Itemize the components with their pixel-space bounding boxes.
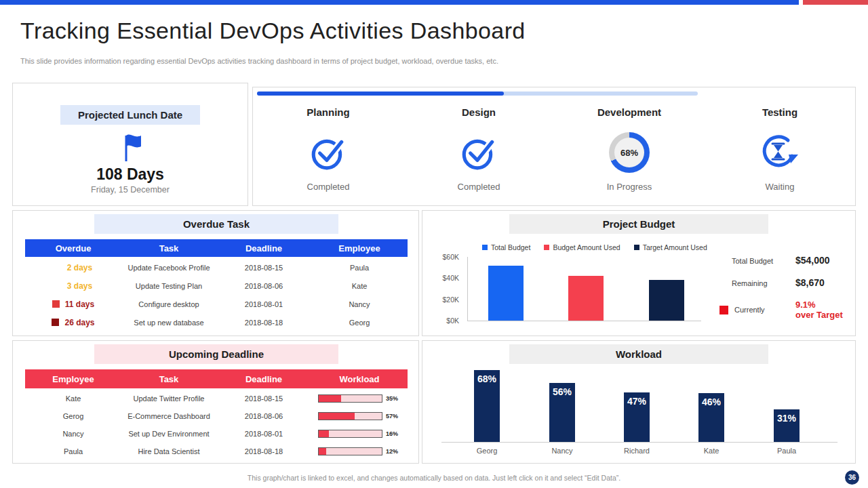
task-cell: Update Facebook Profile	[121, 264, 216, 272]
stat-value-over-target: 9.1%over Target	[795, 300, 843, 320]
employee-cell: Nancy	[311, 300, 408, 308]
stat-value: $54,000	[795, 255, 830, 266]
column-header: Employee	[25, 374, 121, 384]
workload-bar-track	[318, 430, 382, 438]
donut-progress-icon: 68%	[609, 132, 650, 173]
table-row: 2 days Update Facebook Profile 2018-08-1…	[25, 258, 408, 277]
task-cell: Set up Dev Environment	[121, 430, 216, 438]
workload-bar: 56%	[549, 383, 575, 442]
deadline-cell: 2018-08-15	[216, 264, 311, 272]
workload-bar: 47%	[624, 392, 650, 442]
column-header: Deadline	[216, 243, 311, 253]
workload-bar-chart[interactable]: 68% 56% 47% 46% 31%	[441, 341, 837, 443]
phase-name: Design	[403, 106, 554, 118]
workload-bar-fill	[319, 430, 329, 437]
employee-cell: Kate	[25, 394, 121, 403]
upcoming-table-header: Employee Task Deadline Workload	[25, 369, 408, 388]
deadline-cell: 2018-08-18	[216, 319, 311, 327]
x-axis-label: Georg	[467, 447, 507, 455]
budget-legend: Total Budget Budget Amount Used Target A…	[482, 243, 707, 251]
budget-bar-used	[568, 276, 604, 321]
overdue-cell: 2 days	[25, 263, 121, 272]
launch-date-panel: Projected Lunch Date 108 Days Friday, 15…	[12, 83, 248, 206]
stat-label: Currently	[734, 306, 765, 314]
currently-marker	[719, 306, 728, 314]
x-axis-label: Paula	[766, 447, 807, 455]
task-cell: Hire Data Scientist	[121, 447, 216, 455]
check-circle-icon	[253, 126, 403, 179]
phase-design: Design Completed	[403, 106, 554, 192]
workload-bar: 68%	[474, 370, 500, 442]
deadline-cell: 2018-08-15	[216, 394, 311, 403]
legend-marker	[544, 245, 549, 250]
workload-panel[interactable]: Workload 68% 56% 47% 46% 31% Georg Nancy…	[422, 340, 856, 464]
check-circle-icon	[403, 126, 554, 179]
phase-status: In Progress	[554, 182, 705, 192]
upcoming-deadline-panel: Upcoming Deadline Employee Task Deadline…	[12, 340, 419, 464]
legend-item: Target Amount Used	[634, 243, 707, 251]
table-row: Nancy Set up Dev Environment 2018-08-01 …	[25, 425, 408, 443]
development-percent: 68%	[620, 148, 638, 158]
employee-cell: Nancy	[25, 430, 121, 438]
legend-marker	[482, 245, 488, 250]
project-budget-title: Project Budget	[509, 214, 768, 234]
phases-panel: Planning Completed Design	[252, 87, 856, 206]
overdue-table-header: Overdue Task Deadline Employee	[25, 239, 408, 257]
launch-date-label: Projected Lunch Date	[60, 105, 200, 125]
page-subtitle: This slide provides information regardin…	[20, 57, 498, 65]
top-accent-bar-blue	[0, 0, 799, 5]
top-accent-bar-red	[803, 0, 868, 5]
task-cell: Set up new database	[121, 319, 216, 327]
workload-bar: 46%	[698, 393, 724, 442]
employee-cell: Georg	[311, 319, 408, 327]
overdue-task-title: Overdue Task	[94, 214, 338, 234]
y-axis-tick: $40K	[428, 274, 459, 282]
column-header: Task	[121, 374, 216, 384]
hourglass-refresh-icon	[705, 126, 855, 179]
overdue-cell: 11 days	[25, 300, 121, 309]
employee-cell: Paula	[25, 447, 121, 455]
phase-progress-track	[257, 92, 698, 96]
table-row: 3 days Update Testing Plan 2018-08-06 Ka…	[25, 277, 408, 295]
y-axis-tick: $60K	[428, 253, 459, 261]
workload-bar-track	[318, 447, 382, 455]
employee-cell: Kate	[311, 282, 408, 290]
x-axis-label: Kate	[691, 447, 732, 455]
legend-item: Budget Amount Used	[544, 243, 620, 251]
budget-bar-total	[488, 266, 524, 321]
budget-bar-chart[interactable]	[467, 257, 701, 321]
stat-value: $8,670	[795, 277, 825, 288]
deadline-cell: 2018-08-06	[216, 282, 311, 290]
employee-cell: Gerog	[25, 412, 121, 420]
bar-value-label: 56%	[549, 386, 575, 397]
y-axis-tick: $20K	[428, 296, 459, 304]
column-header: Overdue	[25, 243, 121, 253]
workload-bar-track	[318, 412, 382, 420]
workload-bar-track	[318, 394, 382, 403]
table-row: 26 days Set up new database 2018-08-18 G…	[25, 313, 408, 331]
severity-marker	[52, 319, 59, 326]
workload-bar: 31%	[774, 409, 800, 442]
footer-note: This graph/chart is linked to excel, and…	[0, 474, 868, 482]
devops-dashboard-slide: Tracking Essential DevOps Activities Das…	[0, 0, 868, 488]
bar-value-label: 31%	[774, 413, 800, 424]
workload-bar-fill	[319, 395, 341, 402]
column-header: Deadline	[216, 374, 311, 384]
workload-cell: 35%	[311, 394, 408, 403]
y-axis-tick: $0K	[428, 317, 459, 325]
phase-name: Development	[554, 106, 705, 118]
bar-value-label: 68%	[474, 373, 500, 384]
task-cell: Update Twitter Profile	[121, 394, 216, 403]
table-row: Gerog E-Commerce Dashboard 2018-08-06 57…	[25, 407, 408, 425]
project-budget-panel[interactable]: Project Budget Total Budget Budget Amoun…	[422, 210, 856, 336]
phase-status: Waiting	[705, 182, 855, 192]
budget-bar-target	[649, 280, 684, 321]
column-header: Task	[121, 243, 216, 253]
phases-row: Planning Completed Design	[253, 106, 855, 192]
severity-marker	[52, 300, 60, 308]
flag-icon	[13, 130, 248, 165]
phase-testing: Testing Waiting	[705, 106, 855, 192]
phase-name: Testing	[705, 106, 855, 118]
upcoming-deadline-title: Upcoming Deadline	[94, 344, 338, 364]
column-header: Employee	[311, 243, 408, 253]
